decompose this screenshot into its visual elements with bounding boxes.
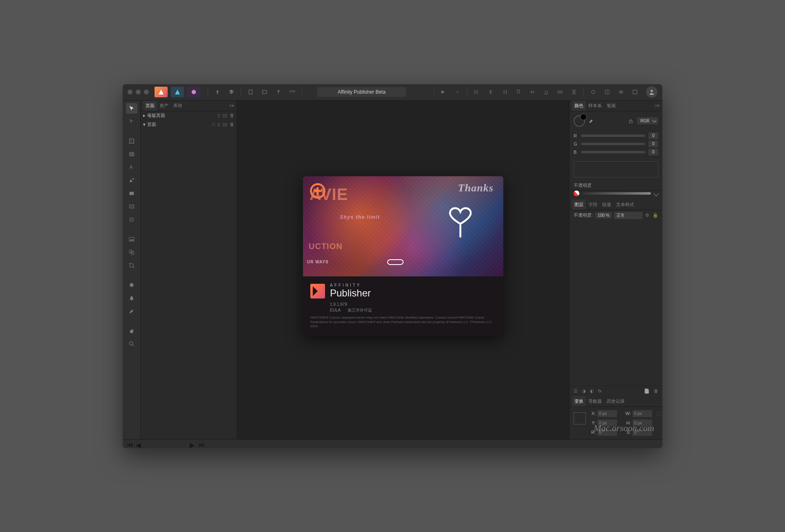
close-window-icon[interactable]	[128, 90, 132, 94]
image-icon[interactable]	[260, 88, 269, 97]
link-icon[interactable]	[288, 88, 297, 97]
eula-link[interactable]: EULA	[330, 308, 341, 312]
grid-icon[interactable]	[603, 88, 612, 97]
node-tool[interactable]	[126, 116, 137, 127]
link-wh-icon[interactable]: ⬚	[656, 411, 660, 416]
tab-transform[interactable]: 变换	[572, 396, 586, 406]
tab-stroke[interactable]: 笔画	[604, 101, 618, 111]
pen-tool[interactable]	[126, 175, 137, 186]
transform-w[interactable]	[632, 410, 652, 417]
r-slider[interactable]	[581, 135, 645, 137]
table-tool[interactable]	[126, 149, 137, 159]
tab-history[interactable]: 历史记录	[604, 396, 627, 406]
delete-icon[interactable]: 🗑	[230, 113, 234, 118]
account-icon[interactable]	[646, 86, 657, 98]
place-image-tool[interactable]	[126, 234, 137, 245]
zoom-window-icon[interactable]	[144, 90, 149, 94]
opacity-dropdown-icon[interactable]	[653, 190, 659, 196]
eyedropper-icon[interactable]	[588, 118, 594, 124]
tab-text-styles[interactable]: 文本样式	[614, 200, 637, 210]
align-top-icon[interactable]	[514, 88, 523, 97]
tab-pages[interactable]: 页面	[143, 101, 157, 111]
last-page-icon[interactable]: ⏭	[199, 441, 204, 446]
rectangle-tool[interactable]	[126, 188, 137, 199]
delete-icon[interactable]: 🗑	[230, 122, 234, 127]
snap-icon[interactable]	[589, 88, 598, 97]
mask-icon[interactable]: ◑	[582, 388, 586, 394]
tab-stock[interactable]: 库存	[171, 101, 185, 111]
no-color-icon[interactable]	[574, 191, 579, 196]
b-slider[interactable]	[581, 151, 645, 153]
align-bottom-icon[interactable]	[542, 88, 551, 97]
baseline-icon[interactable]	[617, 88, 626, 97]
clip-canvas-icon[interactable]	[630, 88, 639, 97]
add-layer-icon[interactable]: 📄	[644, 388, 650, 394]
tree-pages[interactable]: ▾页面 ⎍ ▯ ▯▯ 🗑	[141, 120, 237, 129]
single-page-icon[interactable]: ▯	[218, 113, 220, 118]
tab-navigator[interactable]: 导航器	[586, 396, 604, 406]
crop-tool[interactable]	[126, 260, 137, 271]
artistic-text-tool[interactable]: A	[126, 162, 137, 173]
zoom-tool[interactable]	[126, 339, 137, 349]
tab-swatches[interactable]: 样本条	[586, 101, 604, 111]
distribute-h-icon[interactable]	[556, 88, 565, 97]
b-value[interactable]: 0	[648, 149, 658, 155]
transparency-tool[interactable]	[126, 293, 137, 303]
color-mode-select[interactable]: RGB	[637, 117, 658, 124]
preview-icon[interactable]	[439, 88, 448, 97]
vector-crop-tool[interactable]	[126, 247, 137, 258]
opacity-slider[interactable]	[583, 192, 651, 195]
distribute-v-icon[interactable]	[570, 88, 579, 97]
layer-opacity-value[interactable]: 100 %	[595, 212, 612, 218]
dropdown-caret-icon[interactable]	[453, 88, 462, 97]
trash-icon[interactable]: 🗑	[654, 388, 658, 394]
layers-icon[interactable]	[227, 88, 236, 97]
fx-icon[interactable]: fx	[598, 388, 602, 393]
first-page-icon[interactable]: ⏮	[127, 441, 132, 446]
g-value[interactable]: 0	[648, 141, 658, 147]
next-page-icon[interactable]: ▶	[190, 441, 195, 446]
r-value[interactable]: 0	[648, 132, 658, 139]
align-middle-icon[interactable]	[528, 88, 537, 97]
ellipse-tool[interactable]	[126, 214, 137, 225]
third-party-link[interactable]: 第三方许可证	[348, 308, 372, 312]
layers-list[interactable]	[570, 221, 662, 386]
frame-text-tool[interactable]: T	[126, 136, 137, 146]
lock-icon[interactable]: 🔒	[653, 213, 658, 218]
single-page-icon[interactable]: ▯	[218, 122, 220, 127]
panel-menu-icon[interactable]: ≡▾	[655, 103, 660, 108]
gear-icon[interactable]: ⚙	[645, 213, 649, 218]
thumbnail-size-icon[interactable]: ⎍	[212, 122, 215, 127]
fill-tool[interactable]	[126, 280, 137, 290]
layers-filter-icon[interactable]: ☰	[574, 388, 578, 394]
persona-publisher[interactable]	[155, 87, 168, 97]
anchor-selector[interactable]	[574, 412, 586, 424]
align-center-h-icon[interactable]	[486, 88, 495, 97]
move-tool[interactable]	[126, 103, 137, 114]
page-icon[interactable]	[246, 88, 255, 97]
arrow-up-icon[interactable]	[213, 88, 222, 97]
canvas[interactable]: AVIE Thanks Skys the limit UCTION UR WAY…	[237, 101, 569, 439]
hand-tool[interactable]	[126, 325, 137, 336]
color-well[interactable]	[574, 115, 585, 127]
tab-layers[interactable]: 图层	[572, 200, 586, 210]
align-right-icon[interactable]	[500, 88, 509, 97]
transform-x[interactable]	[597, 410, 617, 417]
align-left-icon[interactable]	[472, 88, 481, 97]
tab-color[interactable]: 颜色	[572, 101, 586, 111]
facing-pages-icon[interactable]: ▯▯	[222, 122, 227, 127]
facing-pages-icon[interactable]: ▯▯	[222, 113, 227, 118]
tab-character[interactable]: 字符	[586, 200, 600, 210]
panel-menu-icon[interactable]: ≡▾	[229, 103, 234, 108]
minimize-window-icon[interactable]	[136, 90, 141, 94]
blend-mode-select[interactable]: 正常	[614, 212, 643, 219]
color-picker-tool[interactable]	[126, 306, 137, 317]
persona-photo[interactable]	[187, 87, 200, 97]
adjustment-icon[interactable]: ◐	[590, 388, 594, 394]
tab-assets[interactable]: 资产	[157, 101, 171, 111]
prev-page-icon[interactable]: ◀	[136, 441, 141, 446]
pin-icon[interactable]	[274, 88, 283, 97]
picture-frame-tool[interactable]	[126, 201, 137, 212]
tree-master-pages[interactable]: ▸母版页面 ▯ ▯▯ 🗑	[141, 111, 237, 120]
tab-paragraph[interactable]: 段落	[600, 200, 614, 210]
